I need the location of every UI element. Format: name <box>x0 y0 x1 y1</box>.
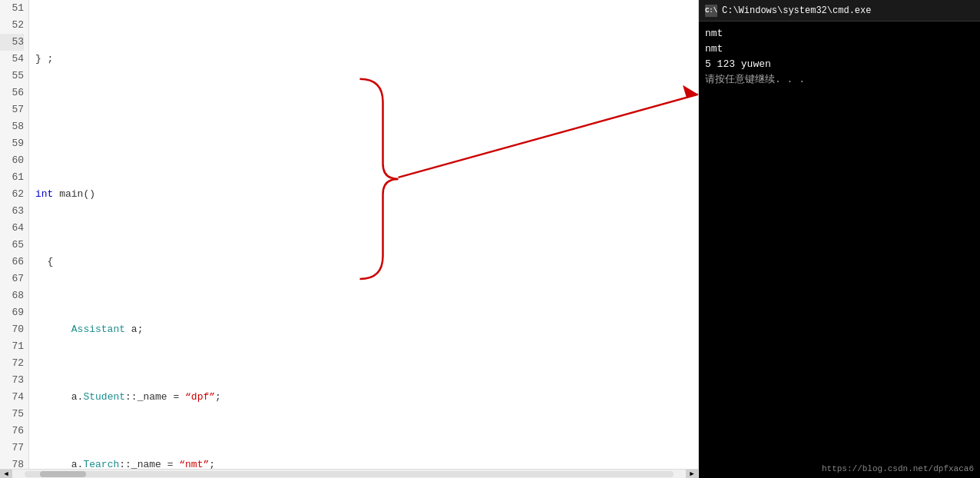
line-num-66: 66 <box>0 254 24 271</box>
code-line-53: int main() <box>35 186 698 203</box>
line-num-56: 56 <box>0 85 24 101</box>
scrollbar-track <box>25 471 674 477</box>
horizontal-scrollbar[interactable]: ◀ ▶ <box>0 469 698 478</box>
cmd-output-line-1: nmt <box>705 26 974 41</box>
line-num-60: 60 <box>0 152 24 169</box>
code-line-55: Assistant a; <box>35 321 698 338</box>
scroll-right-arrow[interactable]: ▶ <box>686 470 698 479</box>
code-line-51: } ; <box>35 51 698 68</box>
line-num-62: 62 <box>0 186 24 203</box>
line-num-73: 73 <box>0 372 24 389</box>
annotation-overlay <box>29 0 698 478</box>
line-num-64: 64 <box>0 220 24 237</box>
code-line-52 <box>35 118 698 135</box>
line-num-75: 75 <box>0 406 24 423</box>
cmd-url: https://blog.csdn.net/dpfxaca6 <box>822 464 974 473</box>
cmd-title-text: C:\Windows\system32\cmd.exe <box>722 5 871 16</box>
line-num-69: 69 <box>0 304 24 321</box>
code-line-54: { <box>35 254 698 271</box>
cmd-continue-line: 请按任意键继续. . . <box>705 72 974 88</box>
line-num-52: 52 <box>0 17 24 34</box>
cmd-panel: C:\ C:\Windows\system32\cmd.exe nmt nmt … <box>699 0 980 478</box>
line-num-72: 72 <box>0 355 24 372</box>
line-num-54: 54 <box>0 51 24 68</box>
line-num-77: 77 <box>0 440 24 456</box>
cmd-output-line-3: 5 123 yuwen <box>705 57 974 72</box>
line-num-57: 57 <box>0 101 24 118</box>
scroll-left-arrow[interactable]: ◀ <box>0 470 12 479</box>
cmd-output-line-2: nmt <box>705 41 974 57</box>
line-num-53: 53 <box>0 34 24 51</box>
line-numbers: 51 52 53 54 55 56 57 58 59 60 61 62 63 6… <box>0 0 29 478</box>
line-num-76: 76 <box>0 423 24 440</box>
line-num-67: 67 <box>0 271 24 287</box>
svg-line-0 <box>399 95 698 178</box>
line-num-71: 71 <box>0 338 24 355</box>
cmd-body: nmt nmt 5 123 yuwen 请按任意键继续. . . <box>699 22 980 478</box>
line-num-55: 55 <box>0 68 24 85</box>
line-num-65: 65 <box>0 237 24 254</box>
line-num-58: 58 <box>0 118 24 135</box>
line-num-61: 61 <box>0 169 24 186</box>
line-num-51: 51 <box>0 0 24 17</box>
line-num-74: 74 <box>0 389 24 406</box>
cmd-icon: C:\ <box>705 5 717 17</box>
svg-marker-1 <box>683 85 698 98</box>
line-num-59: 59 <box>0 135 24 152</box>
code-editor: 51 52 53 54 55 56 57 58 59 60 61 62 63 6… <box>0 0 699 478</box>
line-num-68: 68 <box>0 287 24 304</box>
cmd-output: nmt nmt 5 123 yuwen 请按任意键继续. . . <box>705 26 974 88</box>
line-num-63: 63 <box>0 203 24 220</box>
code-line-56: a.Student::_name = “dpf”; <box>35 389 698 406</box>
line-num-70: 70 <box>0 321 24 338</box>
code-content: } ; int main() { Assistant a; a.Student:… <box>29 0 698 478</box>
scrollbar-thumb[interactable] <box>40 471 86 477</box>
cmd-titlebar: C:\ C:\Windows\system32\cmd.exe <box>699 0 980 22</box>
